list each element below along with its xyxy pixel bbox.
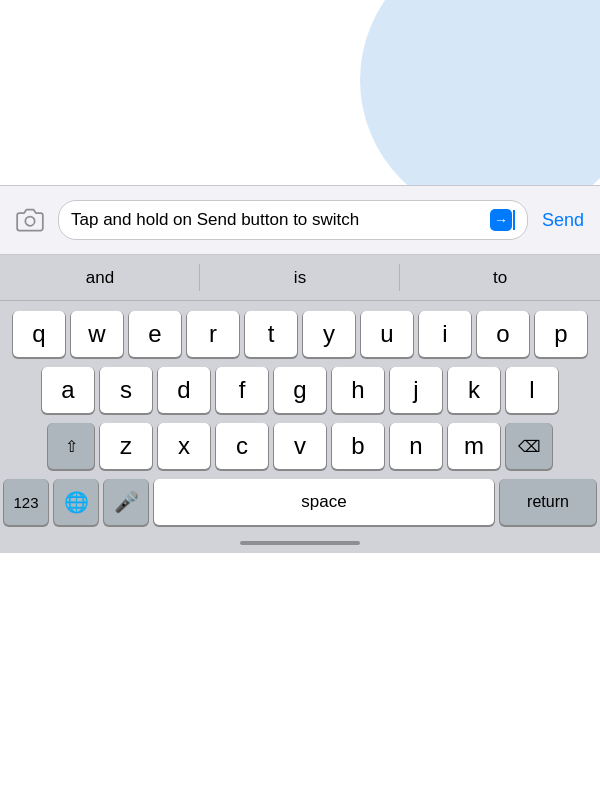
- key-row-2: a s d f g h j k l: [4, 367, 596, 413]
- predictive-bar: and is to: [0, 255, 600, 301]
- key-row-1: q w e r t y u i o p: [4, 311, 596, 357]
- keyboard: q w e r t y u i o p a s d f g h j k l ⇧ …: [0, 301, 600, 533]
- key-g[interactable]: g: [274, 367, 326, 413]
- space-key[interactable]: space: [154, 479, 494, 525]
- predictive-item-and[interactable]: and: [0, 255, 200, 300]
- numbers-key[interactable]: 123: [4, 479, 48, 525]
- text-cursor: [513, 210, 515, 230]
- key-b[interactable]: b: [332, 423, 384, 469]
- key-row-3: ⇧ z x c v b n m ⌫: [4, 423, 596, 469]
- decorative-circle: [360, 0, 600, 185]
- key-m[interactable]: m: [448, 423, 500, 469]
- key-t[interactable]: t: [245, 311, 297, 357]
- key-z[interactable]: z: [100, 423, 152, 469]
- key-v[interactable]: v: [274, 423, 326, 469]
- key-f[interactable]: f: [216, 367, 268, 413]
- predictive-item-to[interactable]: to: [400, 255, 600, 300]
- key-e[interactable]: e: [129, 311, 181, 357]
- key-a[interactable]: a: [42, 367, 94, 413]
- home-indicator: [0, 533, 600, 553]
- key-x[interactable]: x: [158, 423, 210, 469]
- key-c[interactable]: c: [216, 423, 268, 469]
- key-w[interactable]: w: [71, 311, 123, 357]
- key-d[interactable]: d: [158, 367, 210, 413]
- key-k[interactable]: k: [448, 367, 500, 413]
- return-key[interactable]: return: [500, 479, 596, 525]
- shift-key[interactable]: ⇧: [48, 423, 94, 469]
- key-p[interactable]: p: [535, 311, 587, 357]
- key-j[interactable]: j: [390, 367, 442, 413]
- key-h[interactable]: h: [332, 367, 384, 413]
- home-indicator-bar: [240, 541, 360, 545]
- key-s[interactable]: s: [100, 367, 152, 413]
- globe-key[interactable]: 🌐: [54, 479, 98, 525]
- key-row-bottom: 123 🌐 🎤 space return: [4, 479, 596, 525]
- key-u[interactable]: u: [361, 311, 413, 357]
- key-i[interactable]: i: [419, 311, 471, 357]
- key-y[interactable]: y: [303, 311, 355, 357]
- key-o[interactable]: o: [477, 311, 529, 357]
- key-l[interactable]: l: [506, 367, 558, 413]
- message-input[interactable]: Tap and hold on Send button to switch: [58, 200, 528, 240]
- send-arrow-emoji: [490, 209, 512, 231]
- predictive-item-is[interactable]: is: [200, 255, 400, 300]
- key-n[interactable]: n: [390, 423, 442, 469]
- top-area: [0, 0, 600, 185]
- svg-point-0: [25, 217, 34, 226]
- message-bar: Tap and hold on Send button to switch Se…: [0, 185, 600, 255]
- key-q[interactable]: q: [13, 311, 65, 357]
- message-text: Tap and hold on Send button to switch: [71, 209, 487, 231]
- send-button[interactable]: Send: [538, 210, 588, 231]
- backspace-key[interactable]: ⌫: [506, 423, 552, 469]
- camera-icon[interactable]: [12, 202, 48, 238]
- microphone-key[interactable]: 🎤: [104, 479, 148, 525]
- key-r[interactable]: r: [187, 311, 239, 357]
